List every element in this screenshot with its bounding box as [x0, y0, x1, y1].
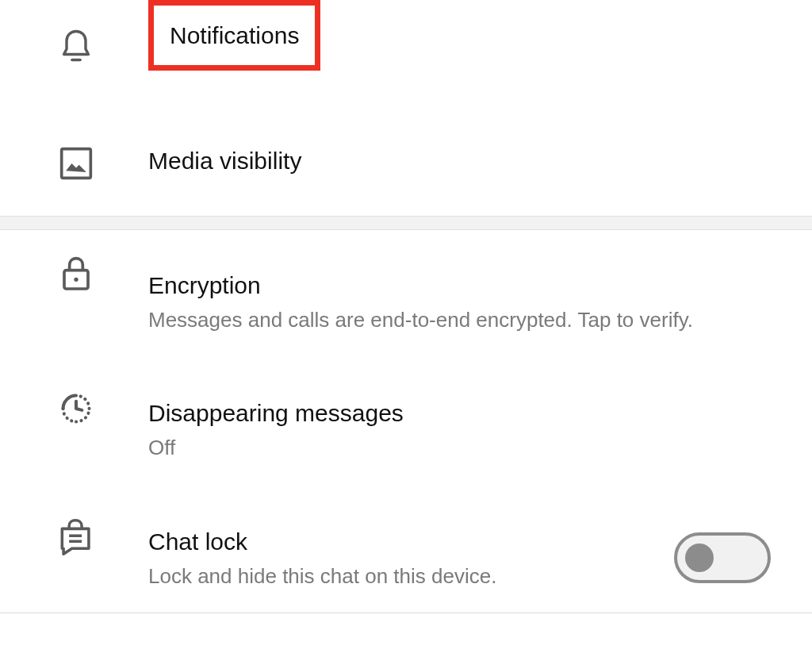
encryption-label: Encryption: [148, 270, 780, 301]
bottom-divider: [0, 613, 812, 613]
chat-lock-toggle[interactable]: [674, 532, 771, 583]
svg-rect-1: [62, 148, 91, 178]
encryption-subtitle: Messages and calls are end-to-end encryp…: [148, 305, 780, 334]
highlight-box: Notifications: [148, 0, 320, 71]
svg-point-3: [74, 278, 78, 282]
section-divider: [0, 216, 812, 230]
encryption-item[interactable]: Encryption Messages and calls are end-to…: [0, 230, 812, 366]
notifications-content: Notifications: [148, 0, 780, 71]
media-visibility-item[interactable]: Media visibility: [0, 110, 812, 216]
notifications-item[interactable]: Notifications: [0, 0, 812, 110]
settings-section-2: Encryption Messages and calls are end-to…: [0, 230, 812, 609]
chat-lock-item[interactable]: Chat lock Lock and hide this chat on thi…: [0, 494, 812, 609]
lock-icon: [57, 254, 95, 292]
toggle-knob: [685, 544, 714, 572]
disappearing-label: Disappearing messages: [148, 398, 780, 428]
image-icon: [57, 144, 95, 182]
media-visibility-content: Media visibility: [148, 145, 780, 176]
disappearing-messages-item[interactable]: Disappearing messages Off: [0, 366, 812, 494]
disappearing-content: Disappearing messages Off: [148, 398, 780, 462]
chat-lock-subtitle: Lock and hide this chat on this device.: [148, 562, 658, 590]
settings-list: Notifications Media visibility: [0, 0, 812, 613]
chat-lock-label: Chat lock: [148, 526, 658, 557]
settings-section-1: Notifications Media visibility: [0, 0, 812, 216]
timer-icon: [57, 390, 95, 428]
notifications-label: Notifications: [170, 22, 299, 48]
bell-icon: [57, 29, 95, 67]
encryption-content: Encryption Messages and calls are end-to…: [148, 270, 780, 334]
chat-lock-icon: [57, 518, 95, 556]
media-visibility-label: Media visibility: [148, 145, 780, 176]
chat-lock-content: Chat lock Lock and hide this chat on thi…: [148, 526, 674, 590]
disappearing-subtitle: Off: [148, 433, 780, 462]
